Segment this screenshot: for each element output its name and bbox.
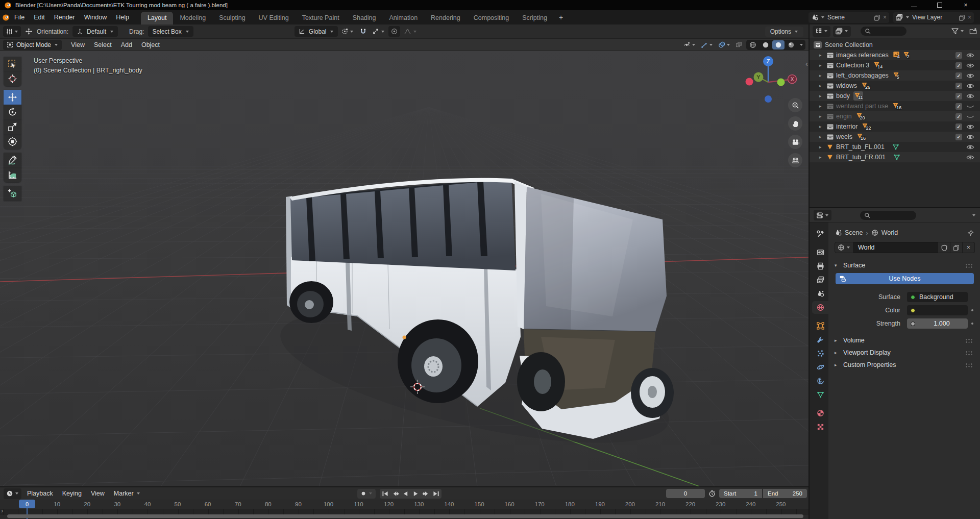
volume-panel-header[interactable]: ▸ Volume xyxy=(835,334,975,347)
transport-button[interactable] xyxy=(411,489,421,498)
menu-item[interactable]: Edit xyxy=(29,12,50,22)
tool-button[interactable] xyxy=(4,167,21,182)
animate-dot[interactable] xyxy=(971,323,973,325)
viewport-menu-item[interactable]: View xyxy=(66,40,89,50)
outliner-row[interactable]: ▸ engin 20 xyxy=(810,111,980,121)
view-layer-name[interactable]: View Layer xyxy=(912,14,956,21)
workspace-tab[interactable]: Compositing xyxy=(467,12,516,24)
shading-wireframe-button[interactable] xyxy=(747,40,759,50)
surface-panel-header[interactable]: ▾ Surface xyxy=(835,259,975,271)
current-frame-field[interactable]: 0 xyxy=(666,489,705,498)
exclude-checkbox[interactable]: ✓ xyxy=(955,52,962,59)
hide-eye-icon[interactable] xyxy=(966,62,974,69)
tool-button[interactable] xyxy=(4,186,21,201)
expand-triangle-icon[interactable]: ▸ xyxy=(819,114,826,119)
transport-button[interactable] xyxy=(390,489,400,498)
workspace-tab[interactable]: Layout xyxy=(141,12,174,24)
falloff-dropdown[interactable] xyxy=(401,26,420,37)
exclude-checkbox[interactable]: ✓ xyxy=(955,83,962,89)
expand-triangle-icon[interactable]: ▸ xyxy=(819,93,826,98)
properties-tab[interactable] xyxy=(812,421,828,433)
tool-button[interactable] xyxy=(4,71,21,86)
tool-button[interactable] xyxy=(4,119,21,134)
properties-tab[interactable] xyxy=(812,361,828,374)
expand-triangle-icon[interactable]: ▸ xyxy=(819,83,826,88)
exclude-checkbox[interactable]: ✓ xyxy=(955,72,962,79)
drag-handle-icon[interactable] xyxy=(965,351,973,355)
color-swatch-field[interactable] xyxy=(907,305,968,315)
viewport-menu-item[interactable]: Select xyxy=(89,40,116,50)
current-frame-indicator[interactable]: 0 xyxy=(19,500,35,508)
expand-triangle-icon[interactable]: ▸ xyxy=(819,104,826,109)
hide-eye-icon[interactable] xyxy=(966,52,974,59)
hide-eye-closed-icon[interactable] xyxy=(966,103,974,110)
custom-properties-panel-header[interactable]: ▸ Custom Properties xyxy=(835,359,975,371)
hide-eye-icon[interactable] xyxy=(966,144,974,151)
hide-eye-icon[interactable] xyxy=(966,154,974,161)
outliner-search-input[interactable] xyxy=(861,27,906,36)
pivot-point-dropdown[interactable] xyxy=(339,26,356,37)
outliner-filter-mode-button[interactable] xyxy=(833,26,851,37)
maximize-button[interactable] xyxy=(937,3,942,8)
menu-item[interactable]: Help xyxy=(111,12,134,22)
browse-world-button[interactable] xyxy=(835,242,853,253)
workspace-tab[interactable]: Animation xyxy=(383,12,425,24)
scene-collection-row[interactable]: Scene Collection xyxy=(810,40,980,50)
properties-tab[interactable] xyxy=(812,388,828,401)
mode-dropdown[interactable]: Object Mode xyxy=(3,40,62,50)
exclude-checkbox[interactable]: ✓ xyxy=(955,123,962,130)
hide-eye-icon[interactable] xyxy=(966,83,974,89)
exclude-checkbox[interactable]: ✓ xyxy=(955,113,962,120)
tool-button[interactable] xyxy=(4,57,21,71)
expand-triangle-icon[interactable]: ▸ xyxy=(819,124,826,129)
copy-datablock-button[interactable] xyxy=(950,242,963,253)
viewport-menu-item[interactable]: Add xyxy=(116,40,137,50)
add-workspace-button[interactable]: + xyxy=(554,13,568,21)
editor-type-button[interactable] xyxy=(3,26,21,37)
hide-eye-icon[interactable] xyxy=(966,72,974,79)
properties-tab[interactable] xyxy=(812,347,828,360)
bus-model[interactable] xyxy=(270,178,680,470)
exclude-checkbox[interactable]: ✓ xyxy=(955,62,962,69)
surface-shader-field[interactable]: Background xyxy=(907,292,968,302)
unlink-scene-icon[interactable]: × xyxy=(883,14,887,21)
animate-dot[interactable] xyxy=(971,309,973,311)
tool-button[interactable] xyxy=(4,134,21,149)
view-layer-selector[interactable]: View Layer × xyxy=(893,12,974,23)
properties-tab[interactable] xyxy=(812,287,828,300)
properties-tab[interactable] xyxy=(812,301,828,314)
properties-tab[interactable] xyxy=(812,319,828,332)
workspace-tab[interactable]: Sculpting xyxy=(212,12,252,24)
gizmos-dropdown[interactable] xyxy=(700,40,714,50)
transform-pivot-dropdown[interactable]: Global xyxy=(295,26,338,37)
timeline-scrollbar[interactable] xyxy=(7,514,803,518)
pan-button[interactable] xyxy=(788,116,802,131)
viewport-canvas[interactable]: User Perspective (0) Scene Collection | … xyxy=(0,51,808,486)
snap-toggle[interactable] xyxy=(357,26,369,37)
unlink-datablock-button[interactable]: × xyxy=(963,242,975,253)
scene-name[interactable]: Scene xyxy=(827,14,871,21)
world-name-field[interactable]: World xyxy=(853,242,938,253)
shading-material-button[interactable] xyxy=(772,40,785,50)
outliner-row[interactable]: ▸ interrior 22 xyxy=(810,121,980,132)
new-scene-icon[interactable] xyxy=(874,14,880,21)
transport-button[interactable] xyxy=(431,489,441,498)
outliner-row[interactable]: ▸ body 11 xyxy=(810,91,980,101)
properties-tab[interactable] xyxy=(812,333,828,346)
tool-button[interactable] xyxy=(4,90,21,105)
expand-triangle-icon[interactable]: ▸ xyxy=(819,53,826,58)
workspace-tab[interactable]: Rendering xyxy=(424,12,467,24)
tool-button[interactable] xyxy=(4,153,21,167)
expand-triangle-icon[interactable]: ▸ xyxy=(819,63,826,68)
workspace-tab[interactable]: Modeling xyxy=(173,12,212,24)
properties-tab[interactable] xyxy=(812,246,828,259)
menu-item[interactable]: Window xyxy=(80,12,111,22)
exclude-checkbox[interactable]: ✓ xyxy=(955,93,962,100)
new-view-layer-icon[interactable] xyxy=(959,14,965,21)
remove-view-layer-icon[interactable]: × xyxy=(968,14,971,21)
hide-eye-icon[interactable] xyxy=(966,93,974,100)
menu-item[interactable]: Render xyxy=(50,12,80,22)
options-button[interactable]: Options xyxy=(765,27,803,37)
close-button[interactable]: × xyxy=(963,2,969,8)
timeline-menu-item[interactable]: Keying xyxy=(58,488,86,499)
